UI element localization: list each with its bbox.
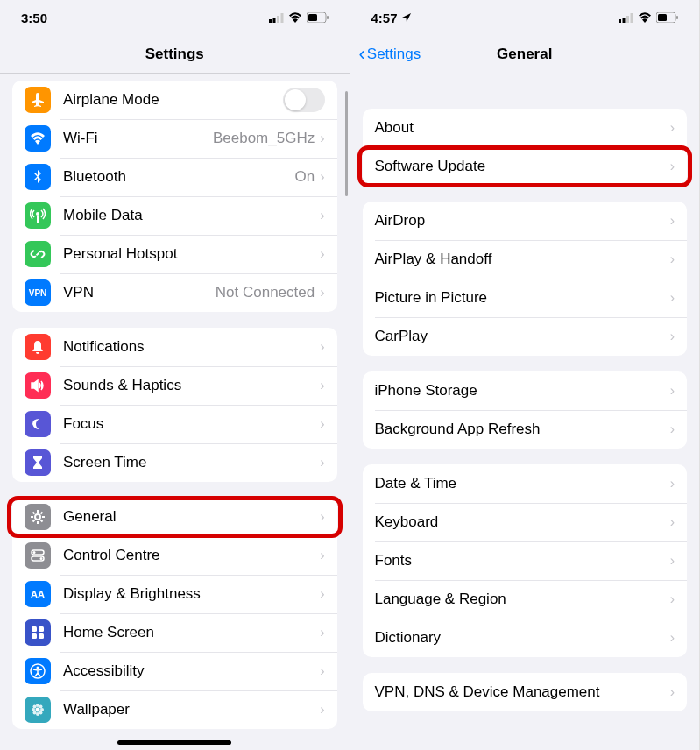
row-airplay[interactable]: AirPlay & Handoff›: [363, 240, 688, 279]
cellular-icon: [619, 13, 633, 23]
status-time: 3:50: [21, 11, 47, 25]
chevron-right-icon: ›: [320, 131, 324, 146]
switches-icon: [25, 542, 51, 569]
row-screentime[interactable]: Screen Time›: [12, 443, 337, 482]
svg-rect-2: [277, 16, 279, 23]
status-bar: 3:50: [0, 0, 350, 35]
svg-rect-15: [39, 626, 44, 632]
row-label: Picture in Picture: [375, 289, 670, 307]
status-indicators: [619, 12, 678, 23]
chevron-right-icon: ›: [320, 586, 324, 602]
chevron-right-icon: ›: [320, 285, 324, 301]
chevron-right-icon: ›: [670, 213, 675, 229]
row-airdrop[interactable]: AirDrop›: [363, 202, 688, 240]
svg-rect-32: [631, 13, 633, 23]
svg-rect-17: [39, 633, 44, 639]
row-general[interactable]: General›: [12, 498, 337, 536]
row-mobiledata[interactable]: Mobile Data›: [12, 196, 337, 235]
row-dictionary[interactable]: Dictionary›: [363, 619, 688, 657]
battery-icon: [307, 12, 329, 23]
back-button[interactable]: ‹ Settings: [359, 35, 421, 74]
row-value: Beebom_5GHz: [213, 130, 315, 147]
svg-rect-34: [658, 14, 667, 21]
settings-content[interactable]: Airplane ModeWi-FiBeebom_5GHz›BluetoothO…: [0, 74, 350, 750]
chevron-right-icon: ›: [670, 251, 675, 267]
row-notifications[interactable]: Notifications›: [12, 328, 337, 366]
row-datetime[interactable]: Date & Time›: [363, 464, 688, 503]
svg-point-11: [33, 551, 36, 554]
toggle-switch[interactable]: [283, 88, 325, 112]
row-accessibility[interactable]: Accessibility›: [12, 652, 337, 690]
row-label: Notifications: [63, 338, 320, 356]
row-label: AirDrop: [375, 212, 670, 230]
settings-screen: 3:50 Settings Airplane ModeWi-FiBeebom_5…: [0, 0, 350, 750]
row-label: iPhone Storage: [375, 382, 670, 400]
nav-title: General: [497, 46, 552, 63]
chevron-right-icon: ›: [320, 208, 324, 223]
row-wifi[interactable]: Wi-FiBeebom_5GHz›: [12, 119, 337, 158]
row-bgrefresh[interactable]: Background App Refresh›: [363, 410, 688, 449]
chevron-right-icon: ›: [320, 702, 324, 718]
row-focus[interactable]: Focus›: [12, 405, 337, 443]
battery-icon: [656, 12, 678, 23]
row-language[interactable]: Language & Region›: [363, 580, 688, 619]
svg-point-9: [35, 514, 40, 520]
row-homescreen[interactable]: Home Screen›: [12, 613, 337, 652]
row-label: Wallpaper: [63, 701, 320, 718]
chevron-right-icon: ›: [670, 514, 675, 530]
row-storage[interactable]: iPhone Storage›: [363, 371, 688, 410]
chevron-right-icon: ›: [670, 329, 675, 344]
row-controlcentre[interactable]: Control Centre›: [12, 536, 337, 575]
row-sounds[interactable]: Sounds & Haptics›: [12, 366, 337, 405]
row-hotspot[interactable]: Personal Hotspot›: [12, 235, 337, 273]
scroll-indicator[interactable]: [345, 91, 348, 196]
row-value: Not Connected: [216, 284, 315, 301]
svg-point-19: [37, 667, 39, 669]
row-wallpaper[interactable]: Wallpaper›: [12, 690, 337, 729]
home-indicator[interactable]: [117, 740, 231, 745]
speaker-icon: [25, 372, 51, 399]
row-label: Control Centre: [63, 547, 320, 564]
row-airplane[interactable]: Airplane Mode: [12, 81, 337, 119]
nav-bar: ‹ Settings General: [350, 35, 700, 74]
row-about[interactable]: About›: [363, 109, 688, 147]
link-icon: [25, 241, 51, 267]
back-label: Settings: [367, 46, 421, 63]
chevron-right-icon: ›: [320, 339, 324, 355]
chevron-right-icon: ›: [320, 509, 324, 525]
chevron-right-icon: ›: [670, 630, 675, 646]
accessibility-icon: [25, 658, 51, 684]
row-label: CarPlay: [375, 328, 670, 345]
status-time: 4:57: [371, 11, 398, 25]
section: iPhone Storage›Background App Refresh›: [363, 371, 688, 449]
svg-rect-14: [32, 626, 37, 632]
row-keyboard[interactable]: Keyboard›: [363, 503, 688, 541]
row-label: Accessibility: [63, 662, 320, 680]
grid-icon: [25, 619, 51, 646]
row-vpndns[interactable]: VPN, DNS & Device Management›: [363, 673, 688, 711]
svg-point-24: [40, 708, 44, 711]
row-softwareupdate[interactable]: Software Update›: [363, 147, 688, 186]
row-pip[interactable]: Picture in Picture›: [363, 279, 688, 317]
chevron-right-icon: ›: [670, 290, 675, 306]
section: Notifications›Sounds & Haptics›Focus›Scr…: [12, 328, 337, 482]
nav-bar: Settings: [0, 35, 350, 74]
location-icon: [401, 12, 412, 23]
row-carplay[interactable]: CarPlay›: [363, 317, 688, 356]
row-label: Sounds & Haptics: [63, 377, 320, 394]
row-vpn[interactable]: VPNVPNNot Connected›: [12, 273, 337, 312]
row-fonts[interactable]: Fonts›: [363, 541, 688, 580]
hourglass-icon: [25, 449, 51, 476]
bell-icon: [25, 334, 51, 360]
general-content[interactable]: About›Software Update›AirDrop›AirPlay & …: [350, 74, 700, 750]
row-label: Home Screen: [63, 624, 320, 641]
svg-rect-29: [619, 19, 621, 23]
row-label: Wi-Fi: [63, 130, 213, 147]
row-display[interactable]: AADisplay & Brightness›: [12, 575, 337, 613]
row-label: Date & Time: [375, 475, 670, 492]
svg-point-13: [40, 557, 43, 560]
section: Airplane ModeWi-FiBeebom_5GHz›BluetoothO…: [12, 81, 337, 312]
row-bluetooth[interactable]: BluetoothOn›: [12, 158, 337, 196]
svg-point-7: [36, 212, 39, 216]
row-label: Focus: [63, 415, 320, 433]
